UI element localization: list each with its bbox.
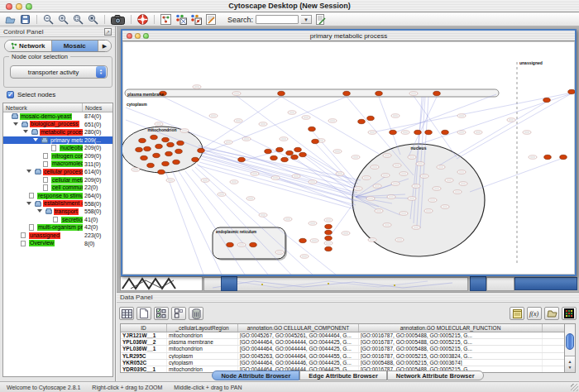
table-cell[interactable]: YLR295C	[121, 353, 167, 359]
table-cell[interactable]: cytoplasm	[167, 360, 238, 366]
expand-triangle-icon[interactable]	[33, 138, 38, 141]
tab-mosaic[interactable]: Mosaic	[52, 41, 99, 51]
tree-row-label[interactable]: cellular metabol	[51, 177, 83, 184]
tree-row[interactable]: nitrogen compo209(0)	[3, 152, 112, 160]
tree-column-nodes[interactable]: Nodes	[83, 103, 112, 112]
edit-nodes-icon[interactable]	[175, 14, 187, 26]
table-cell[interactable]: mitochondrion	[167, 346, 238, 351]
background-window-fragment[interactable]	[486, 277, 514, 291]
network-overview-icon[interactable]	[160, 14, 172, 26]
expand-triangle-icon[interactable]	[13, 122, 18, 126]
tree-row[interactable]: cellular process614(0)	[3, 168, 112, 176]
table-row[interactable]: YJR121W__1mitochondrion[GO:0045267, GO:0…	[121, 332, 566, 339]
tree-row-label[interactable]: biological_process	[30, 121, 79, 127]
close-window-button[interactable]	[6, 3, 12, 10]
scrollbar-arrows[interactable]: ▲▼	[565, 356, 575, 372]
table-row[interactable]: YPL036W__2plasma membrane[GO:0044464, GO…	[121, 339, 566, 346]
table-scrollbar[interactable]: ▲▼	[564, 323, 576, 373]
tree-row[interactable]: cell communicat22(0)	[3, 184, 112, 192]
expand-triangle-icon[interactable]	[23, 130, 28, 133]
minimize-view-button[interactable]	[135, 33, 141, 39]
tab-node-attribute-browser[interactable]: Node Attribute Browser	[212, 370, 299, 380]
table-cell[interactable]: plasma membrane	[167, 339, 238, 345]
tree-row[interactable]: establishment of lo558(0)	[3, 200, 112, 208]
tree-column-network[interactable]: Network	[3, 103, 83, 112]
tree-row-label[interactable]: transport	[54, 208, 79, 215]
background-window-fragment[interactable]	[120, 276, 203, 291]
tab-edge-attribute-browser[interactable]: Edge Attribute Browser	[299, 370, 386, 380]
table-cell[interactable]: [GO:0044464, GO:0044444, GO:0044425, G..…	[238, 339, 359, 345]
tree-row[interactable]: Overview8(0)	[3, 240, 112, 248]
minimize-window-button[interactable]	[16, 3, 22, 10]
column-header[interactable]: _cellularLayoutRegion	[167, 324, 238, 332]
tree-row-label[interactable]: establishment of lo	[43, 200, 83, 207]
table-cell[interactable]: YKR052C	[121, 360, 167, 366]
expand-triangle-icon[interactable]	[37, 209, 42, 213]
table-cell[interactable]: [GO:0044464, GO:0044444, GO:0044425, G..…	[238, 346, 359, 351]
delete-attribute-icon[interactable]	[189, 307, 203, 320]
network-view-window[interactable]: primary metabolic process plasma membran…	[121, 29, 577, 276]
tab-network[interactable]: Network	[5, 41, 52, 51]
tree-row-label[interactable]: metabolic process	[40, 129, 83, 136]
table-row[interactable]: YKR052Ccytoplasm[GO:0044464, GO:0044446,…	[121, 360, 566, 366]
unselect-attributes-icon[interactable]	[171, 307, 186, 320]
table-row[interactable]: YPL036W__1mitochondrion[GO:0044464, GO:0…	[121, 346, 566, 352]
scrollbar-thumb[interactable]	[566, 333, 574, 350]
table-row[interactable]: YLR295Ccytoplasm[GO:0045263, GO:0044464,…	[121, 353, 566, 360]
table-cell[interactable]: mitochondrion	[167, 332, 238, 338]
network-graph[interactable]: plasma membranecytoplasmmitochondrionnuc…	[122, 41, 575, 275]
edit-edges-icon[interactable]	[189, 14, 202, 26]
tree-row[interactable]: unassigned223(0)	[3, 232, 112, 240]
tree-row[interactable]: mosaic-demo-yeast874(0)	[3, 112, 112, 121]
tree-row[interactable]: transport558(0)	[3, 208, 112, 216]
table-cell[interactable]: YPL036W__2	[121, 339, 167, 345]
table-cell[interactable]: [GO:0044464, GO:0044446, GO:0044425, G..…	[238, 360, 359, 366]
tree-row-label[interactable]: primary metabo	[50, 137, 83, 144]
background-window-fragment[interactable]	[203, 277, 468, 291]
tab-network-attribute-browser[interactable]: Network Attribute Browser	[387, 370, 484, 380]
table-cell[interactable]: YJR121W__1	[121, 332, 167, 338]
notepad-icon[interactable]	[510, 307, 524, 320]
table-cell[interactable]: [GO:0045263, GO:0044464, GO:0044455, G..…	[238, 353, 359, 359]
tree-row[interactable]: cellular metabol209(0)	[3, 176, 112, 184]
tab-overflow-button[interactable]: ▶	[98, 41, 111, 51]
tree-row-label[interactable]: mosaic-demo-yeast	[20, 113, 72, 120]
tree-row[interactable]: biological_process651(0)	[3, 121, 112, 129]
import-attributes-icon[interactable]	[544, 307, 559, 320]
zoom-out-icon[interactable]	[42, 14, 55, 26]
search-dropdown-arrow[interactable]: ▼	[301, 15, 312, 24]
tree-row-label[interactable]: Overview	[29, 240, 55, 246]
tree-row[interactable]: metabolic process280(0)	[3, 128, 112, 136]
tree-row-label[interactable]: cell communicat	[51, 184, 83, 191]
expand-triangle-icon[interactable]	[26, 170, 31, 173]
matrix-view-icon[interactable]	[562, 307, 577, 320]
snapshot-camera-icon[interactable]	[110, 14, 126, 26]
network-window-titlebar[interactable]: primary metabolic process	[122, 31, 575, 41]
column-header[interactable]: annotation.GO MOLECULAR_FUNCTION	[359, 324, 543, 332]
column-header[interactable]: ID	[121, 324, 167, 332]
attribute-table-icon[interactable]	[119, 307, 134, 320]
tree-row[interactable]: nucleobase-209(0)	[3, 144, 112, 152]
zoom-view-button[interactable]	[143, 33, 149, 39]
table-cell[interactable]: [GO:0045267, GO:0045261, GO:0044464, G..…	[238, 332, 359, 338]
table-cell[interactable]: [GO:0016787, GO:0005215, GO:0003824, G..…	[359, 353, 543, 359]
zoom-window-button[interactable]	[26, 3, 32, 10]
tree-row-label[interactable]: cellular process	[43, 169, 83, 175]
select-nodes-checkbox[interactable]: ✓	[7, 91, 14, 98]
tree-row-label[interactable]: multi-organism pro	[37, 224, 83, 231]
table-cell[interactable]: cytoplasm	[167, 353, 238, 359]
tree-row[interactable]: primary metabo209(...	[3, 136, 112, 145]
tree-row-label[interactable]: macromolecule	[51, 160, 83, 167]
expand-triangle-icon[interactable]	[26, 202, 31, 205]
zoom-selected-icon[interactable]	[72, 14, 84, 26]
table-cell[interactable]: YPL036W__1	[121, 346, 167, 351]
tree-row[interactable]: response to stimulu264(0)	[3, 192, 112, 200]
tree-row[interactable]: macromolecule311(0)	[3, 160, 112, 169]
zoom-in-icon[interactable]	[57, 14, 69, 26]
tree-row[interactable]: secretion41(0)	[3, 216, 112, 224]
table-cell[interactable]: [GO:0016787, GO:0005488, GO:0005215, G..…	[359, 339, 543, 345]
tree-row-label[interactable]: response to stimulu	[37, 193, 83, 199]
tree-row-label[interactable]: nitrogen compo	[51, 153, 83, 160]
network-canvas[interactable]: plasma membranecytoplasmmitochondrionnuc…	[122, 41, 575, 275]
float-panel-icon[interactable]: ↗	[104, 28, 112, 36]
